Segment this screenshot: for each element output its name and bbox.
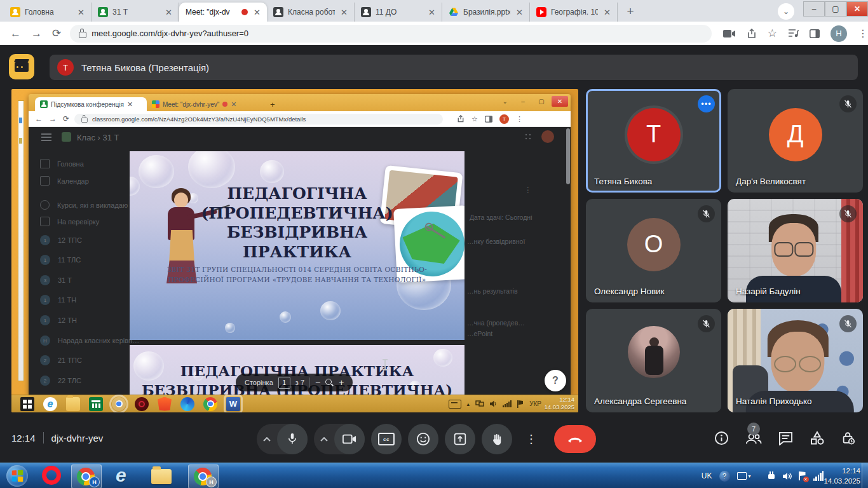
tab-close-icon[interactable]: ✕ xyxy=(76,8,86,17)
minimize-button[interactable]: – xyxy=(803,1,825,17)
language-indicator[interactable]: UK xyxy=(702,471,712,480)
tab-holovna[interactable]: Головна ✕ xyxy=(4,3,92,22)
tab-31t[interactable]: 31 Т ✕ xyxy=(92,3,179,22)
shared-tab-label: Meet: "djx-dvhr-yev" xyxy=(163,101,219,108)
share-icon[interactable] xyxy=(747,29,757,39)
chat-button[interactable] xyxy=(778,431,793,445)
info-button[interactable] xyxy=(714,431,729,445)
url-box[interactable]: meet.google.com/djx-dvhr-yev?authuser=0 xyxy=(70,25,712,43)
tab-meet-active[interactable]: Meet: "djx-dv ✕ xyxy=(179,3,267,22)
people-button[interactable]: 7 xyxy=(745,431,762,445)
pager-label: Сторінка xyxy=(245,379,273,386)
raise-hand-button[interactable] xyxy=(482,424,512,454)
tile-darya[interactable]: Д Дар'я Великосвят xyxy=(728,89,863,193)
call-controls: cc ⋮ xyxy=(257,424,596,454)
captions-button[interactable]: cc xyxy=(371,424,402,454)
action-center-flag-icon[interactable]: ✕ xyxy=(799,471,806,480)
zoom-fit-icon[interactable] xyxy=(325,379,334,387)
browser-tabstrip: Головна ✕ 31 Т ✕ Meet: "djx-dv ✕ Класна … xyxy=(0,0,868,22)
tile-oleksandr[interactable]: О Олександр Новик xyxy=(586,199,721,302)
camera-button[interactable] xyxy=(334,424,365,454)
tab-klasna-robota[interactable]: Класна робота дл ✕ xyxy=(267,3,355,22)
course-badge: 2 xyxy=(40,376,50,386)
media-controls-icon[interactable] xyxy=(788,29,799,38)
meeting-code: djx-dvhr-yev xyxy=(51,433,104,444)
participant-name: Наталія Приходько xyxy=(736,396,811,406)
reactions-button[interactable] xyxy=(408,424,438,454)
tab-close-icon: ✕ xyxy=(127,100,133,109)
opera-icon[interactable] xyxy=(42,466,61,485)
tab-braziliya[interactable]: Бразилія.pptx - G ✕ xyxy=(442,3,530,22)
zoom-in-button[interactable]: + xyxy=(339,377,344,388)
tile-nataliia[interactable]: Наталія Приходько xyxy=(728,309,863,412)
shared-new-tab: + xyxy=(265,97,280,111)
network-bars-icon[interactable] xyxy=(813,471,824,481)
ie-icon[interactable]: e xyxy=(116,466,136,486)
mic-button[interactable] xyxy=(277,424,308,454)
shared-screen[interactable]: Підсумкова конференція ✕ Meet: "djx-dvhr… xyxy=(11,89,578,412)
help-button[interactable]: ? xyxy=(545,370,566,391)
sidebar-item: 12 ТПС xyxy=(58,236,82,244)
camera-options-chevron[interactable] xyxy=(314,424,334,454)
slide-subtitle: ЗВІТ 31Т ГРУПИ СПЕЦІАЛЬНОСТІ 014 СЕРЕДНЯ… xyxy=(161,264,434,285)
forward-icon[interactable]: → xyxy=(31,27,42,40)
scrollbar[interactable] xyxy=(566,128,570,184)
camera-tab-icon[interactable] xyxy=(723,29,736,38)
bookmark-star-icon[interactable]: ☆ xyxy=(768,27,777,40)
show-desktop-button[interactable] xyxy=(862,463,868,488)
page-number-input[interactable]: 1 xyxy=(278,377,290,389)
chrome-task-secondary[interactable]: H xyxy=(188,464,219,488)
tab-label: 11 ДО xyxy=(376,8,423,17)
tab-11do[interactable]: 11 ДО ✕ xyxy=(355,3,442,22)
detail-fragment: …нку безвідривної xyxy=(467,238,525,245)
help-icon[interactable]: ? xyxy=(719,471,730,482)
tab-label: Географія. 10 кл. xyxy=(551,8,598,17)
tab-close-icon[interactable]: ✕ xyxy=(252,8,262,17)
tile-options-button[interactable]: ••• xyxy=(698,95,715,112)
activities-button[interactable] xyxy=(810,431,825,445)
tab-geografiya[interactable]: Географія. 10 кл. ✕ xyxy=(530,3,618,22)
tile-aleksandra[interactable]: Александра Сергеевна xyxy=(586,309,721,412)
chrome-task-active[interactable]: H xyxy=(71,464,102,488)
url-text[interactable]: meet.google.com/djx-dvhr-yev?authuser=0 xyxy=(92,29,248,38)
detail-fragment: …чна (пропедев… xyxy=(467,319,525,327)
browser-profile-avatar[interactable]: H xyxy=(831,25,847,42)
taskbar-clock[interactable]: 12:14 14.03.2025 xyxy=(824,466,860,486)
tab-label: Класна робота дл xyxy=(288,8,335,17)
zoom-out-button[interactable]: − xyxy=(315,377,320,388)
end-call-button[interactable] xyxy=(554,425,596,453)
classroom-sidebar: Головна Календар Курси, які я викладаю Н… xyxy=(29,149,129,395)
mic-options-chevron[interactable] xyxy=(257,424,277,454)
tray-window-icon[interactable] xyxy=(737,472,747,480)
reload-icon[interactable]: ⟳ xyxy=(52,27,61,40)
tab-close-icon[interactable]: ✕ xyxy=(164,8,173,17)
back-icon: ← xyxy=(35,114,43,123)
tile-tetiana[interactable]: ••• Т Тетяна Бикова xyxy=(586,89,721,193)
shared-url-box: classroom.google.com/c/NzA4Nzg2ODk4MzY3/… xyxy=(74,114,443,125)
tab-close-icon[interactable]: ✕ xyxy=(339,8,349,17)
more-options-button[interactable]: ⋮ xyxy=(519,424,544,454)
present-button[interactable] xyxy=(445,424,475,454)
classroom-icon xyxy=(98,7,108,17)
maximize-button[interactable]: ▢ xyxy=(825,1,846,17)
back-icon[interactable]: ← xyxy=(10,27,21,40)
shared-tab-label: Підсумкова конференція xyxy=(51,101,124,108)
tile-nazarii[interactable]: Назарій Бадулін xyxy=(728,199,863,302)
tab-search-chevron[interactable]: ⌄ xyxy=(778,3,794,20)
tab-close-icon[interactable]: ✕ xyxy=(602,8,612,17)
shared-clock: 12:14 14.03.2025 xyxy=(544,396,574,411)
addressbar-icons: ☆ H ⋮ xyxy=(723,25,868,42)
browser-addressbar: ← → ⟳ meet.google.com/djx-dvhr-yev?authu… xyxy=(0,22,868,46)
participant-name: Назарій Бадулін xyxy=(736,287,801,296)
close-button[interactable]: ✕ xyxy=(846,1,868,17)
side-panel-icon[interactable] xyxy=(810,29,820,38)
tab-close-icon[interactable]: ✕ xyxy=(515,8,524,17)
volume-icon[interactable] xyxy=(783,472,792,480)
start-button[interactable] xyxy=(6,465,28,487)
power-plug-icon[interactable] xyxy=(767,471,776,480)
browser-menu-icon[interactable]: ⋮ xyxy=(858,27,868,39)
tab-close-icon[interactable]: ✕ xyxy=(427,8,437,17)
host-controls-button[interactable] xyxy=(841,431,855,445)
explorer-icon[interactable] xyxy=(151,466,172,486)
new-tab-button[interactable]: + xyxy=(621,3,639,20)
